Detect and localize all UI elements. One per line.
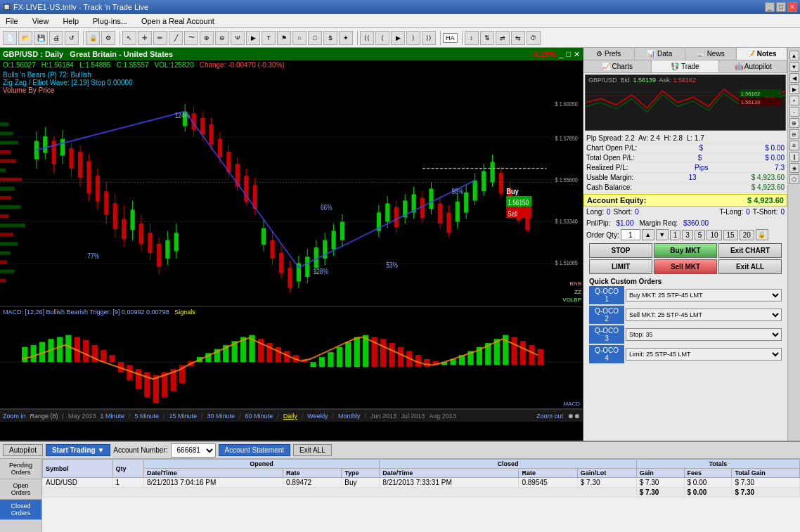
zoom-in-btn[interactable]: Zoom in xyxy=(3,413,26,420)
tf-1min[interactable]: 1 Minute xyxy=(100,413,124,420)
tb-prev[interactable]: ⟨ xyxy=(375,31,389,45)
minimize-button[interactable]: _ xyxy=(765,2,775,12)
tf-daily[interactable]: Daily xyxy=(283,413,297,420)
side-btn-8[interactable]: ⊖ xyxy=(789,129,799,139)
chart-close[interactable]: ✕ xyxy=(574,50,580,59)
tab-pending-orders[interactable]: Pending Orders xyxy=(0,459,41,479)
tb-draw[interactable]: ✏ xyxy=(153,31,167,45)
sell-market-button[interactable]: Sell MKT xyxy=(654,259,717,274)
tb-extra1[interactable]: ↕ xyxy=(465,31,479,45)
tf-5min[interactable]: 5 Minute xyxy=(134,413,159,420)
tb-cursor[interactable]: ↖ xyxy=(122,31,136,45)
tb-flag[interactable]: ⚑ xyxy=(277,31,291,45)
tb-text[interactable]: T xyxy=(262,31,276,45)
tb-play[interactable]: ▶ xyxy=(391,31,405,45)
maximize-button[interactable]: □ xyxy=(776,2,786,12)
menu-help[interactable]: Help xyxy=(60,15,82,27)
side-btn-11[interactable]: ◈ xyxy=(789,163,799,173)
tab-closed-orders[interactable]: Closed Orders xyxy=(0,500,41,520)
tb-zoom-in[interactable]: ⊕ xyxy=(200,31,214,45)
tb-rect[interactable]: □ xyxy=(308,31,322,45)
tb-extra2[interactable]: ⇅ xyxy=(480,31,494,45)
exit-all-button[interactable]: Exit ALL xyxy=(718,259,782,274)
tb-time[interactable]: ⏱ xyxy=(527,31,541,45)
oco-select-3[interactable]: Stop: 35 xyxy=(626,328,782,341)
tb-special[interactable]: ✦ xyxy=(339,31,353,45)
tb-dollar[interactable]: $ xyxy=(323,31,337,45)
qty-up-btn[interactable]: ▲ xyxy=(642,229,654,240)
account-number-select[interactable]: 666681 xyxy=(171,443,216,458)
tb-zoom-out[interactable]: ⊖ xyxy=(215,31,229,45)
macd-chart[interactable]: MACD: [12,26] Bullish Bearish Trigger: [… xyxy=(0,307,583,409)
account-statement-button[interactable]: Account Statement xyxy=(219,444,291,456)
tab-news[interactable]: 📰 News xyxy=(685,48,737,60)
chart-minimize[interactable]: _ xyxy=(559,50,563,58)
tb-crosshair[interactable]: ✛ xyxy=(138,31,152,45)
qty-preset-15[interactable]: 15 xyxy=(723,230,738,240)
tb-refresh[interactable]: ↺ xyxy=(65,31,79,45)
stop-order-button[interactable]: STOP xyxy=(589,243,652,258)
chart-pl-link[interactable]: $ xyxy=(699,144,703,152)
chart-nav-icon[interactable]: ⏺⏺ xyxy=(567,413,580,420)
main-chart[interactable]: 124% 128% 66% 98% 77% 53% Buy 1.56150 Se… xyxy=(0,95,583,307)
tb-lock[interactable]: 🔒 xyxy=(86,31,100,45)
qty-preset-5[interactable]: 5 xyxy=(695,230,706,240)
side-btn-2[interactable]: ▼ xyxy=(789,62,799,72)
qty-lock-btn[interactable]: 🔒 xyxy=(756,229,768,240)
limit-order-button[interactable]: LIMIT xyxy=(589,259,652,274)
side-btn-1[interactable]: ▲ xyxy=(789,51,799,60)
tb-settings[interactable]: ⚙ xyxy=(101,31,115,45)
side-btn-12[interactable]: ⬡ xyxy=(789,174,799,184)
tab-notes[interactable]: 📝 Notes xyxy=(737,48,788,60)
menu-plugins[interactable]: Plug-ins... xyxy=(90,15,130,27)
bottom-exit-all-button[interactable]: Exit ALL xyxy=(293,444,332,456)
tf-monthly[interactable]: Monthly xyxy=(338,413,361,420)
total-pl-link[interactable]: $ xyxy=(698,154,702,162)
buy-market-button[interactable]: Buy MKT xyxy=(654,243,717,258)
side-btn-7[interactable]: ⊕ xyxy=(789,118,799,128)
qty-preset-10[interactable]: 10 xyxy=(707,230,721,240)
side-btn-4[interactable]: ▶ xyxy=(789,84,799,94)
qty-preset-1[interactable]: 1 xyxy=(670,230,681,240)
qty-preset-20[interactable]: 20 xyxy=(740,230,754,240)
side-btn-6[interactable]: - xyxy=(789,107,799,117)
qty-down-btn[interactable]: ▼ xyxy=(656,229,669,240)
start-trading-button[interactable]: Start Trading ▼ xyxy=(46,444,110,456)
tb-back[interactable]: ⟨⟨ xyxy=(360,31,374,45)
oco-select-2[interactable]: Sell MKT: 25 STP-45 LMT xyxy=(626,309,782,321)
tb-wave[interactable]: 〜 xyxy=(184,31,198,45)
side-btn-3[interactable]: ◀ xyxy=(789,73,799,83)
exit-chart-button[interactable]: Exit CHART xyxy=(718,243,782,258)
side-btn-10[interactable]: ∥ xyxy=(789,152,799,162)
close-button[interactable]: ✕ xyxy=(787,2,797,12)
tb-next[interactable]: ⟩ xyxy=(406,31,420,45)
qty-input[interactable] xyxy=(621,229,640,240)
tb-extra4[interactable]: ⇋ xyxy=(511,31,525,45)
table-row[interactable]: AUD/USD 1 8/21/2013 7:04:16 PM 0.89472 B… xyxy=(43,478,800,488)
tab-autopilot[interactable]: 🤖 Autopilot xyxy=(719,60,787,72)
tb-open[interactable]: 📂 xyxy=(18,31,32,45)
title-bar-buttons[interactable]: _ □ ✕ xyxy=(765,2,797,12)
qty-preset-3[interactable]: 3 xyxy=(682,230,693,240)
tf-30min[interactable]: 30 Minute xyxy=(207,413,236,420)
tb-save[interactable]: 💾 xyxy=(34,31,48,45)
menu-open-real[interactable]: Open a Real Account xyxy=(138,15,217,27)
tab-charts[interactable]: 📈 Charts xyxy=(583,60,652,72)
zoom-out-btn[interactable]: Zoom out xyxy=(536,413,563,420)
side-btn-5[interactable]: + xyxy=(789,96,799,105)
oco-select-1[interactable]: Buy MKT: 25 STP-45 LMT xyxy=(626,289,782,301)
tab-prefs[interactable]: ⚙ Prefs xyxy=(583,48,635,60)
menu-file[interactable]: File xyxy=(3,15,21,27)
autopilot-button[interactable]: Autopilot xyxy=(3,444,43,456)
oco-select-4[interactable]: Limit: 25 STP-45 LMT xyxy=(626,348,782,361)
tb-line[interactable]: ╱ xyxy=(169,31,183,45)
tf-15min[interactable]: 15 Minute xyxy=(169,413,198,420)
chart-maximize[interactable]: □ xyxy=(566,50,571,58)
side-btn-9[interactable]: ≡ xyxy=(789,141,799,150)
tb-fwd[interactable]: ⟩⟩ xyxy=(422,31,436,45)
tb-new[interactable]: 📄 xyxy=(3,31,17,45)
tb-fib[interactable]: Ψ xyxy=(231,31,245,45)
mini-chart[interactable]: 1.56162 1.56139 GBP/USD Bid: 1.56139 Ask… xyxy=(585,74,786,131)
tab-open-orders[interactable]: Open Orders xyxy=(0,479,41,500)
tb-extra3[interactable]: ⇌ xyxy=(496,31,510,45)
